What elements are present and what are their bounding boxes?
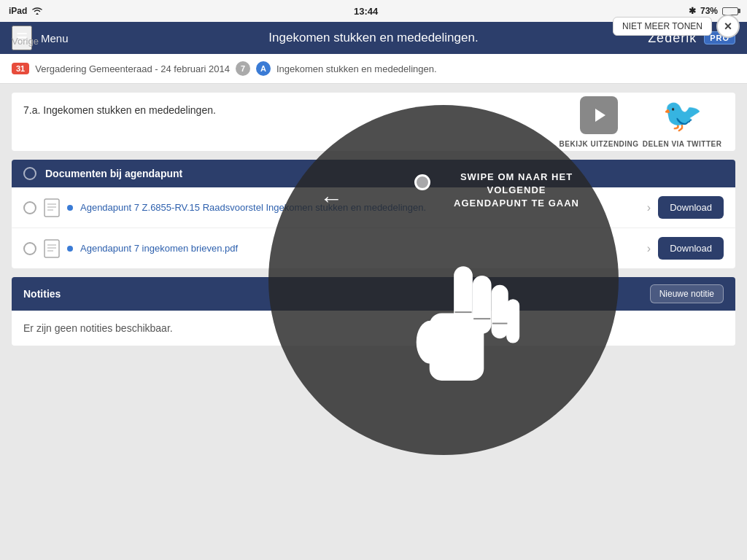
download-button-2[interactable]: Download [658, 237, 724, 260]
doc-arrow-2: › [647, 242, 651, 255]
close-button[interactable]: × [716, 15, 740, 38]
status-time: 13:44 [354, 6, 378, 17]
meeting-title: Vergadering Gemeenteraad - 24 februari 2… [35, 63, 230, 74]
file-icon-1 [44, 198, 60, 217]
doc-arrow-1: › [647, 201, 651, 214]
back-button[interactable]: Vorige [12, 36, 39, 47]
doc-dot-1 [67, 205, 73, 211]
notities-title: Notities [23, 288, 61, 300]
doc-list: Agendapunt 7 Z.6855-RV.15 Raadsvoorstel … [12, 187, 735, 268]
doc-name-1: Agendapunt 7 Z.6855-RV.15 Raadsvoorstel … [80, 202, 640, 213]
niet-meer-tonen-button[interactable]: NIET MEER TONEN [613, 17, 712, 36]
table-row[interactable]: Agendapunt 7 ingekomen brieven.pdf › Dow… [12, 228, 735, 268]
dismiss-banner: NIET MEER TONEN × [613, 15, 740, 38]
content-card: 7.a. Ingekomen stukken en mededelingen. … [12, 93, 735, 151]
notities-header: Notities Nieuwe notitie [12, 277, 735, 311]
breadcrumb-section: Ingekomen stukken en mededelingen. [276, 63, 437, 74]
file-icon-2 [44, 239, 60, 258]
notities-section: Notities Nieuwe notitie Er zijn geen not… [12, 277, 735, 346]
status-left: iPad [9, 6, 43, 17]
doc-dot-2 [67, 246, 73, 252]
device-label: iPad [9, 6, 27, 16]
doc-radio-1[interactable] [23, 201, 36, 214]
doc-name-2: Agendapunt 7 ingekomen brieven.pdf [80, 243, 640, 254]
twitter-btn[interactable]: 🐦 DELEN VIA TWITTER [643, 96, 722, 148]
date-badge: 31 [12, 63, 29, 74]
svg-marker-0 [595, 109, 605, 122]
a-badge: A [256, 61, 271, 76]
page-title: Ingekomen stukken en mededelingen. [268, 31, 478, 45]
documents-section: Documenten bij agendapunt Agendapunt 7 Z… [12, 160, 735, 268]
notities-body: Er zijn geen notities beschikbaar. [12, 311, 735, 346]
bekijk-label: BEKIJK UITZENDING [560, 140, 639, 148]
breadcrumb: 31 Vergadering Gemeenteraad - 24 februar… [0, 54, 747, 84]
play-icon [580, 96, 618, 134]
battery-icon [722, 7, 738, 15]
num-badge: 7 [236, 61, 250, 76]
wifi-icon [31, 6, 43, 17]
svg-rect-5 [44, 240, 59, 257]
table-row[interactable]: Agendapunt 7 Z.6855-RV.15 Raadsvoorstel … [12, 187, 735, 228]
twitter-label: DELEN VIA TWITTER [643, 140, 722, 148]
documents-radio[interactable] [23, 167, 36, 180]
documents-title: Documenten bij agendapunt [45, 168, 182, 179]
twitter-icon: 🐦 [662, 96, 703, 134]
content-card-title: 7.a. Ingekomen stukken en mededelingen. [23, 104, 216, 116]
nieuwe-notitie-button[interactable]: Nieuwe notitie [650, 284, 724, 303]
media-area: BEKIJK UITZENDING 🐦 DELEN VIA TWITTER [546, 93, 735, 151]
main-content: 7.a. Ingekomen stukken en mededelingen. … [0, 84, 747, 354]
documents-header: Documenten bij agendapunt [12, 160, 735, 187]
download-button-1[interactable]: Download [658, 196, 724, 219]
svg-rect-1 [44, 199, 59, 217]
menu-label: Menu [41, 32, 69, 44]
bekijk-uitzending-btn[interactable]: BEKIJK UITZENDING [560, 96, 639, 148]
notities-empty-text: Er zijn geen notities beschikbaar. [23, 322, 173, 334]
doc-radio-2[interactable] [23, 242, 36, 255]
